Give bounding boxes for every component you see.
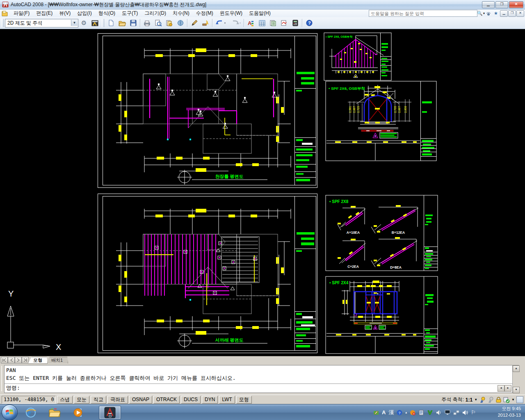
command-scrollbar[interactable]: ▲ ▼	[512, 365, 519, 393]
menu-dimension[interactable]: 치수(N)	[169, 9, 193, 18]
ime-hanja-icon[interactable]: 漢	[388, 409, 394, 416]
sheet-truss-detail: • SPF 2X6, OSB부착	[324, 32, 392, 81]
scroll-up-arrow[interactable]: ▲	[513, 365, 520, 372]
menu-insert[interactable]: 삽입(I)	[74, 9, 95, 18]
undo-button[interactable]	[214, 18, 228, 28]
taskbar-autocad-button[interactable]	[99, 406, 121, 420]
trusted-dwg-icon[interactable]	[503, 397, 510, 403]
close-button[interactable]: ✕	[509, 1, 523, 8]
workspace-window-button[interactable]	[89, 18, 100, 28]
command-hscroll-left[interactable]: ◄	[498, 385, 504, 392]
help-search-input[interactable]	[369, 10, 477, 17]
toggle-ortho[interactable]: 직교	[91, 396, 106, 404]
toggle-otrack[interactable]: OTRACK	[153, 396, 180, 404]
tray-antivirus-icon[interactable]	[427, 410, 433, 415]
help-button[interactable]: ?	[304, 18, 315, 28]
command-prompt[interactable]: 명령:	[6, 384, 20, 392]
lock-icon[interactable]	[495, 397, 502, 403]
tray-display-icon[interactable]	[445, 410, 450, 415]
workspace-selector[interactable]: 2D 제도 및 주석 ▼	[5, 19, 78, 27]
start-button[interactable]	[2, 404, 18, 420]
menu-modify[interactable]: 수정(M)	[193, 9, 217, 18]
ime-tools-icon[interactable]	[373, 410, 379, 415]
tab-prev-button[interactable]	[8, 357, 15, 363]
markup-button[interactable]	[278, 18, 290, 28]
taskbar-clock[interactable]: 오전 9:45 2012-03-13	[475, 405, 524, 420]
tab-last-button[interactable]	[22, 357, 29, 363]
tray-expand-icon[interactable]: ▴	[405, 411, 407, 414]
annotation-visibility-icon[interactable]	[479, 397, 486, 403]
menu-format[interactable]: 형식(O)	[95, 9, 119, 18]
comm-center-icon[interactable]	[485, 10, 492, 17]
minimize-button[interactable]: ▁	[482, 1, 495, 8]
menu-tools[interactable]: 도구(T)	[119, 9, 141, 18]
sheet-set-button[interactable]	[267, 18, 278, 28]
menu-edit[interactable]: 편집(E)	[33, 9, 56, 18]
toggle-lwt[interactable]: LWT	[219, 396, 235, 404]
ime-language-icon[interactable]: A	[382, 409, 386, 415]
save-button[interactable]	[128, 18, 139, 28]
network-icon[interactable]	[453, 410, 459, 415]
command-text-area[interactable]: PAN ESC 또는 ENTER 키를 눌러 종료하거나 오른쪽 클릭하여 바로…	[4, 365, 519, 393]
menu-file[interactable]: 파일(F)	[10, 9, 33, 18]
auto-annotation-icon[interactable]	[487, 397, 494, 403]
toggle-model[interactable]: 모형	[236, 396, 252, 404]
doc-close-button[interactable]: ✕	[516, 10, 524, 17]
toggle-osnap[interactable]: OSNAP	[129, 396, 152, 404]
toggle-ducs[interactable]: DUCS	[181, 396, 201, 404]
tab-model[interactable]: 모형	[28, 357, 48, 364]
speaker-icon[interactable]	[462, 410, 468, 415]
favorites-star-icon[interactable]: ★	[492, 10, 500, 17]
chevron-down-icon[interactable]: ▼	[71, 20, 78, 26]
command-history-line2: ESC 또는 ENTER 키를 눌러 종료하거나 오른쪽 클릭하여 바로 가기 …	[6, 375, 236, 381]
new-file-button[interactable]	[105, 18, 116, 28]
restore-button[interactable]: ❐	[495, 1, 508, 8]
text-styles-button[interactable]: A	[245, 18, 256, 28]
annotation-scale-dropdown-icon[interactable]: ▼	[474, 398, 477, 402]
publish-button[interactable]	[164, 18, 175, 28]
drawing-file-icon	[2, 11, 8, 16]
pencil-tool-button[interactable]	[189, 18, 200, 28]
toolbar-grip-2[interactable]	[102, 19, 104, 27]
tab-next-button[interactable]	[15, 357, 22, 363]
dim-5: 2,667	[398, 106, 401, 113]
3d-dwf-button[interactable]	[175, 18, 186, 28]
taskbar-ie-button[interactable]: e	[20, 406, 41, 419]
table-button[interactable]	[256, 18, 267, 28]
layout-tab-strip: 모형 배치1	[0, 356, 525, 364]
taskbar-wmp-button[interactable]	[68, 406, 89, 419]
doc-minimize-button[interactable]: ▁	[500, 10, 508, 17]
match-properties-button[interactable]	[200, 18, 211, 28]
tab-layout1[interactable]: 배치1	[46, 357, 68, 364]
autocad-window: AutoCAD 2008 - [₩₩Wolfnfox-owner-₩현장별 물량…	[0, 0, 525, 420]
annotation-scale-value[interactable]: 1:1	[466, 397, 472, 403]
toggle-dyn[interactable]: DYN	[202, 396, 218, 404]
tab-first-button[interactable]	[1, 357, 8, 363]
doc-restore-button[interactable]: ❐	[508, 10, 516, 17]
ime-help-icon[interactable]: ?	[397, 410, 402, 415]
toolbar-grip[interactable]	[1, 19, 4, 27]
toggle-snap[interactable]: 스냅	[57, 396, 73, 404]
taskbar-explorer-button[interactable]	[44, 406, 65, 419]
menu-view[interactable]: 뷰(V)	[56, 9, 74, 18]
redo-button[interactable]	[228, 18, 242, 28]
workspace-settings-button[interactable]: ⚙	[78, 18, 89, 28]
menu-window[interactable]: 윈도우(W)	[217, 9, 246, 18]
open-file-button[interactable]	[116, 18, 128, 28]
plot-button[interactable]	[142, 18, 153, 28]
tray-update-icon[interactable]	[418, 410, 424, 415]
search-icon[interactable]: 🔍▼	[477, 10, 485, 17]
tray-messenger-icon[interactable]	[410, 410, 415, 415]
calculator-button[interactable]	[290, 18, 301, 28]
toggle-polar[interactable]: 극좌표	[107, 396, 128, 404]
menu-draw[interactable]: 그리기(D)	[141, 9, 169, 18]
drawing-canvas[interactable]: 천장틀 평면도	[0, 29, 525, 356]
plot-preview-button[interactable]	[153, 18, 164, 28]
clean-screen-button[interactable]	[516, 396, 523, 403]
toggle-grid[interactable]: 모눈	[74, 396, 89, 404]
status-menu-dropdown-icon[interactable]: ▼	[511, 398, 515, 402]
tray-volume-mixer-icon[interactable]	[436, 410, 442, 415]
scroll-down-arrow[interactable]: ▼	[513, 387, 520, 393]
menu-help[interactable]: 도움말(H)	[246, 9, 274, 18]
command-hscroll-right[interactable]: ►	[504, 385, 511, 392]
